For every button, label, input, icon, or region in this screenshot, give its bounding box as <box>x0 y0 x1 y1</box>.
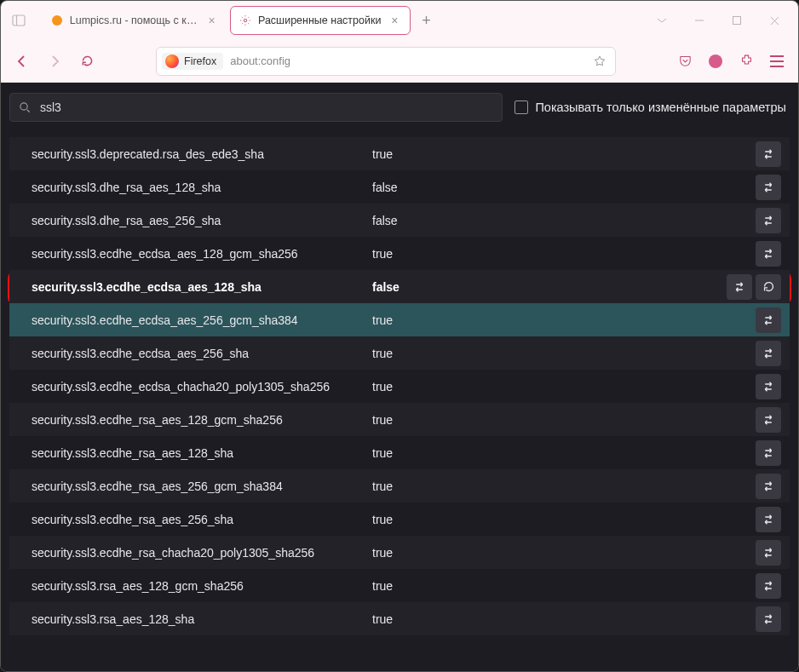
bookmark-star-icon[interactable] <box>591 53 608 70</box>
svg-point-7 <box>20 102 27 109</box>
tab-lumpics[interactable]: Lumpics.ru - помощь с компь × <box>43 6 227 35</box>
toggle-button[interactable] <box>756 141 781 167</box>
url-text: about:config <box>230 55 290 67</box>
pref-value: true <box>372 347 752 360</box>
search-value: ssl3 <box>40 101 61 114</box>
pref-row[interactable]: security.ssl3.ecdhe_rsa_aes_128_gcm_sha2… <box>9 403 790 436</box>
toolbar: Firefox about:config <box>1 40 798 83</box>
toggle-button[interactable] <box>756 606 781 632</box>
pref-row[interactable]: security.ssl3.ecdhe_ecdsa_aes_256_gcm_sh… <box>9 303 790 336</box>
pref-value: true <box>372 313 752 327</box>
pref-name: security.ssl3.ecdhe_ecdsa_aes_128_gcm_sh… <box>32 247 372 261</box>
pref-row[interactable]: security.ssl3.ecdhe_rsa_aes_256_shatrue <box>9 503 790 536</box>
toggle-button[interactable] <box>756 307 781 333</box>
pref-value: true <box>372 247 752 261</box>
svg-line-8 <box>27 109 30 112</box>
toggle-button[interactable] <box>756 175 781 200</box>
gear-icon <box>239 14 251 26</box>
firefox-badge: Firefox <box>162 53 223 70</box>
pref-name: security.ssl3.ecdhe_ecdsa_aes_256_gcm_sh… <box>32 313 372 327</box>
toggle-button[interactable] <box>727 274 752 300</box>
menu-icon[interactable] <box>762 47 791 76</box>
reload-button[interactable] <box>72 47 101 76</box>
window-minimize-button[interactable] <box>681 2 718 39</box>
svg-rect-4 <box>733 17 741 25</box>
only-modified-toggle[interactable]: Показывать только изменённые параметры <box>514 101 790 114</box>
pref-row[interactable]: security.ssl3.ecdhe_rsa_aes_128_shatrue <box>9 436 790 469</box>
toggle-button[interactable] <box>756 507 781 532</box>
pref-row[interactable]: security.ssl3.ecdhe_rsa_aes_256_gcm_sha3… <box>9 469 790 503</box>
config-search-input[interactable]: ssl3 <box>9 93 503 122</box>
close-tab-icon[interactable]: × <box>205 14 218 27</box>
pref-row[interactable]: security.ssl3.ecdhe_ecdsa_aes_128_gcm_sh… <box>9 237 790 270</box>
new-tab-button[interactable]: + <box>414 9 438 32</box>
pref-value: true <box>372 579 752 593</box>
pref-row[interactable]: security.ssl3.rsa_aes_128_shatrue <box>9 602 790 635</box>
toggle-button[interactable] <box>756 474 781 499</box>
pref-name: security.ssl3.deprecated.rsa_des_ede3_sh… <box>32 147 372 161</box>
tab-label: Расширенные настройки <box>258 14 381 26</box>
only-modified-label: Показывать только изменённые параметры <box>535 101 786 114</box>
close-tab-icon[interactable]: × <box>388 14 401 27</box>
pref-value: true <box>372 513 752 526</box>
window-dropdown-button[interactable] <box>643 2 681 39</box>
address-bar[interactable]: Firefox about:config <box>156 47 616 76</box>
pref-value: true <box>372 546 752 560</box>
pref-name: security.ssl3.ecdhe_ecdsa_aes_128_sha <box>32 280 372 294</box>
pref-value: true <box>372 147 752 161</box>
pref-row[interactable]: security.ssl3.dhe_rsa_aes_256_shafalse <box>9 204 790 237</box>
toolbar-right <box>670 47 791 76</box>
peach-favicon-icon <box>52 14 63 26</box>
pref-row[interactable]: security.ssl3.dhe_rsa_aes_128_shafalse <box>9 170 790 204</box>
config-toolbar: ssl3 Показывать только изменённые параме… <box>9 93 790 122</box>
extensions-icon[interactable] <box>732 47 761 76</box>
pref-row[interactable]: security.ssl3.ecdhe_ecdsa_aes_256_shatru… <box>9 336 790 370</box>
pref-row[interactable]: security.ssl3.rsa_aes_128_gcm_sha256true <box>9 569 790 602</box>
pref-list: security.ssl3.deprecated.rsa_des_ede3_sh… <box>9 137 790 635</box>
pref-value: true <box>372 380 752 393</box>
pref-name: security.ssl3.ecdhe_rsa_aes_128_gcm_sha2… <box>32 413 372 427</box>
pref-row[interactable]: security.ssl3.ecdhe_ecdsa_chacha20_poly1… <box>9 370 790 403</box>
pref-value: false <box>372 280 723 294</box>
about-config: ssl3 Показывать только изменённые параме… <box>1 83 798 672</box>
pref-value: true <box>372 413 752 427</box>
account-badge-icon[interactable] <box>701 47 730 76</box>
reset-button[interactable] <box>756 274 781 300</box>
back-button[interactable] <box>8 47 37 76</box>
pref-name: security.ssl3.ecdhe_ecdsa_chacha20_poly1… <box>32 380 372 393</box>
toggle-button[interactable] <box>756 540 781 566</box>
pref-row[interactable]: security.ssl3.ecdhe_rsa_chacha20_poly130… <box>9 536 790 569</box>
pref-value: true <box>372 480 752 493</box>
checkbox-icon <box>514 101 528 114</box>
pref-row[interactable]: security.ssl3.deprecated.rsa_des_ede3_sh… <box>9 137 790 170</box>
sidebar-toggle-icon[interactable] <box>6 8 32 33</box>
pref-value: false <box>372 214 752 227</box>
pref-name: security.ssl3.rsa_aes_128_sha <box>32 612 372 626</box>
toggle-button[interactable] <box>756 208 781 233</box>
forward-button[interactable] <box>40 47 69 76</box>
pref-name: security.ssl3.dhe_rsa_aes_256_sha <box>32 214 372 227</box>
tab-config[interactable]: Расширенные настройки × <box>230 6 411 35</box>
search-icon <box>19 101 32 114</box>
titlebar: Lumpics.ru - помощь с компь × Расширенны… <box>1 1 798 40</box>
pref-value: true <box>372 612 752 626</box>
pref-name: security.ssl3.ecdhe_ecdsa_aes_256_sha <box>32 347 372 360</box>
toggle-button[interactable] <box>756 407 781 433</box>
toggle-button[interactable] <box>756 241 781 267</box>
pref-value: false <box>372 181 752 194</box>
toggle-button[interactable] <box>756 573 781 599</box>
toggle-button[interactable] <box>756 341 781 366</box>
pref-name: security.ssl3.ecdhe_rsa_aes_256_sha <box>32 513 372 526</box>
pocket-icon[interactable] <box>670 47 699 76</box>
pref-name: security.ssl3.ecdhe_rsa_aes_128_sha <box>32 446 372 460</box>
pref-name: security.ssl3.dhe_rsa_aes_128_sha <box>32 181 372 194</box>
svg-rect-0 <box>13 15 25 26</box>
toggle-button[interactable] <box>756 440 781 466</box>
window-maximize-button[interactable] <box>718 2 756 39</box>
svg-point-2 <box>244 19 247 22</box>
pref-name: security.ssl3.rsa_aes_128_gcm_sha256 <box>32 579 372 593</box>
tab-label: Lumpics.ru - помощь с компь <box>70 14 199 26</box>
toggle-button[interactable] <box>756 374 781 399</box>
pref-row[interactable]: security.ssl3.ecdhe_ecdsa_aes_128_shafal… <box>9 270 790 303</box>
window-close-button[interactable] <box>756 2 793 39</box>
